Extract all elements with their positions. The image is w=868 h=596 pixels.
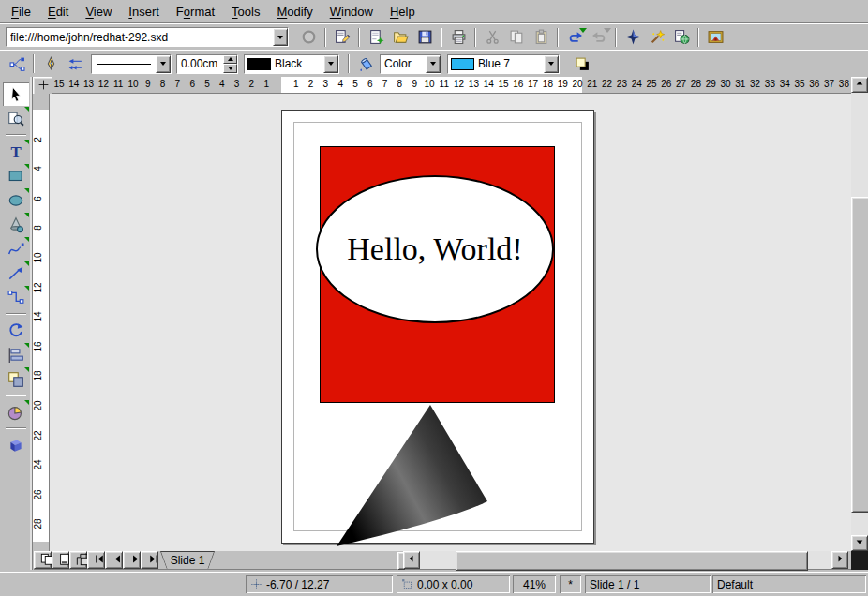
zoom-level-panel[interactable]: 41% [513,575,556,593]
line-color-combobox[interactable]: Black [244,54,339,74]
fill-style-combobox[interactable]: Color [380,54,441,74]
slide-view-button[interactable] [34,551,52,569]
cut-button[interactable] [481,26,503,49]
canvas-workspace[interactable]: Hello, World! [50,94,851,551]
position-crosshair-icon [250,578,262,590]
last-slide-button[interactable] [141,551,158,569]
scroll-left-button[interactable] [403,551,420,569]
arrange-tool[interactable] [3,367,29,391]
cone-3d-shape[interactable] [329,396,494,548]
menu-modify[interactable]: Modify [268,2,321,22]
editfile-icon [335,29,351,45]
undo-button[interactable] [563,26,586,49]
line-width-value: 0.00cm [177,57,221,70]
white-ellipse-shape[interactable]: Hello, World! [316,175,554,323]
ruler-number: 10 [126,79,141,90]
new-document-button[interactable] [365,26,387,49]
horizontal-ruler[interactable]: 1615141312111098765432112345678910111213… [52,77,851,94]
ruler-number: 14 [481,79,496,90]
save-document-button[interactable] [413,26,436,49]
arrow-ends-button[interactable] [64,52,86,75]
navigator-button[interactable] [621,26,644,49]
size-rectangle-icon [401,578,413,590]
ruler-number: 4 [333,79,348,90]
ruler-origin-button[interactable] [33,77,53,96]
line-style-combobox[interactable] [91,54,172,74]
fill-color-dropdown-button[interactable] [544,55,559,73]
text-tool[interactable]: T [3,140,29,163]
menu-format[interactable]: Format [168,2,223,22]
edit-points-button[interactable] [6,52,28,75]
first-slide-button[interactable] [87,551,105,569]
horizontal-scrollbar[interactable] [420,551,831,569]
vertical-ruler[interactable]: 246810121416182022242628 [33,94,50,551]
tab-slide-1[interactable]: Slide 1 [160,551,215,569]
lines-arrows-tool[interactable] [3,261,29,285]
copy-button[interactable] [505,26,528,49]
url-dropdown-button[interactable] [273,28,288,46]
scroll-up-button[interactable] [851,77,868,93]
menu-insert[interactable]: Insert [120,2,168,22]
fill-color-combobox[interactable]: Blue 7 [447,54,560,74]
ruler-page-zone [33,110,50,542]
line-color-dropdown-button[interactable] [323,55,338,73]
menu-help[interactable]: Help [382,2,424,22]
page-style-panel[interactable]: Default [712,575,866,593]
print-button[interactable] [447,26,470,49]
vertical-scroll-thumb[interactable] [851,197,868,513]
zoom-tool[interactable] [3,107,29,130]
scroll-down-button[interactable] [851,535,868,551]
alignment-tool[interactable] [3,343,29,366]
horizontal-scroll-thumb[interactable] [456,551,808,571]
ellipse-tool[interactable] [3,188,29,212]
hyperlink-button[interactable] [670,26,693,49]
rectangle-tool[interactable] [3,164,29,187]
menu-file[interactable]: File [3,2,39,22]
line-width-down-button[interactable] [223,64,237,73]
svg-text:T: T [10,143,21,160]
line-style-dropdown-button[interactable] [156,55,171,73]
select-icon [7,86,24,103]
insert-tool[interactable] [3,400,29,424]
scroll-right-button[interactable] [831,551,848,569]
vertical-scrollbar[interactable] [851,77,868,551]
autopilot-icon [650,29,666,45]
curve-icon [7,241,24,258]
ruler-number: 12 [33,282,48,293]
open-file-button[interactable] [389,26,412,49]
gallery-button[interactable] [704,26,726,49]
connector-tool[interactable] [3,286,29,309]
ruler-number: 2 [244,79,259,90]
shadow-button[interactable] [571,52,593,75]
master-view-button[interactable] [52,551,69,569]
arrange-icon [7,371,24,388]
stop-loading-button[interactable] [297,26,320,49]
page[interactable]: Hello, World! [281,110,594,544]
menu-tools[interactable]: Tools [223,2,268,22]
fill-style-dropdown-button[interactable] [426,55,441,73]
menu-window[interactable]: Window [322,2,382,22]
autopilot-button[interactable] [646,26,668,49]
edit-file-button[interactable] [331,26,353,49]
line-dialog-button[interactable] [39,52,62,75]
url-input[interactable] [7,28,273,46]
select-tool[interactable] [3,82,29,106]
paste-button[interactable] [530,26,552,49]
layer-view-button[interactable] [69,551,87,569]
ruler-number: 17 [526,79,541,90]
rotate-tool[interactable] [3,319,29,342]
area-dialog-button[interactable] [354,52,377,75]
menu-view[interactable]: View [77,2,120,22]
next-slide-button[interactable] [123,551,141,569]
menu-edit[interactable]: Edit [39,2,77,22]
ruler-number: 6 [363,79,378,90]
3d-objects-tool[interactable] [3,213,29,236]
previous-slide-button[interactable] [105,551,123,569]
slide-number-panel[interactable]: Slide 1 / 1 [585,575,711,593]
curve-tool[interactable] [3,237,29,261]
3d-controller-tool[interactable] [3,433,29,456]
line-width-spinner[interactable]: 0.00cm [176,54,238,74]
redo-button[interactable] [588,26,610,49]
edit-points-icon [9,56,25,72]
line-width-up-button[interactable] [223,55,237,65]
